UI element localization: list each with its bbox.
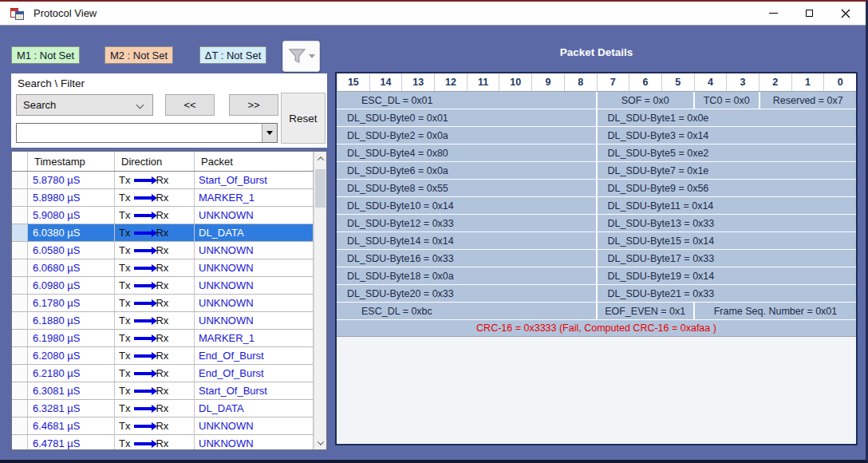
row-selector-cell[interactable] [12, 224, 28, 241]
direction-cell: Tx Rx [115, 277, 195, 294]
direction-cell: Tx Rx [115, 330, 195, 346]
direction-arrow-icon [134, 319, 152, 323]
table-row[interactable]: 6.3281 µS Tx Rx DL_DATA [12, 400, 326, 417]
chevron-up-icon [317, 156, 323, 163]
eof-even-field: EOF_EVEN = 0x1 [598, 303, 693, 319]
row-selector-cell[interactable] [12, 330, 28, 346]
row-selector-cell[interactable] [12, 365, 28, 382]
tx-label: Tx [119, 262, 130, 274]
table-row[interactable]: 6.3081 µS Tx Rx Start_Of_Burst [12, 382, 326, 400]
timestamp-cell: 6.0380 µS [28, 224, 115, 241]
sdu-byte-field: DL_SDU-Byte13 = 0x33 [598, 215, 857, 232]
packet-cell: UNKNOWN [195, 295, 314, 311]
details-header-row: ESC_DL = 0x01 SOF = 0x0 TC0 = 0x0 Reserv… [337, 92, 856, 109]
row-selector-cell[interactable] [12, 259, 28, 276]
row-selector-cell[interactable] [12, 207, 28, 224]
direction-arrow-icon [134, 179, 152, 182]
vertical-scrollbar[interactable] [314, 152, 326, 449]
maximize-button[interactable] [791, 2, 827, 25]
tx-label: Tx [119, 174, 130, 186]
row-selector-cell[interactable] [12, 172, 28, 188]
table-row[interactable]: 6.4781 µS Tx Rx UNKNOWN [12, 435, 326, 450]
row-selector-cell[interactable] [12, 295, 28, 311]
tx-label: Tx [119, 297, 130, 309]
sdu-byte-row: DL_SDU-Byte20 = 0x33 DL_SDU-Byte21 = 0x3… [337, 285, 856, 302]
minimize-icon [769, 13, 778, 14]
packet-list-table: Timestamp Direction Packet 5.8780 µS Tx … [11, 151, 327, 450]
timestamp-cell: 6.3081 µS [28, 382, 115, 399]
timestamp-cell: 6.1780 µS [28, 295, 115, 311]
table-row[interactable]: 6.2180 µS Tx Rx End_Of_Burst [12, 365, 326, 382]
sdu-byte-field: DL_SDU-Byte16 = 0x33 [337, 250, 596, 267]
rx-label: Rx [156, 332, 168, 344]
sdu-byte-row: DL_SDU-Byte14 = 0x14 DL_SDU-Byte15 = 0x1… [337, 232, 856, 249]
reset-button[interactable]: Reset [281, 93, 326, 144]
row-selector-cell[interactable] [12, 400, 28, 417]
close-button[interactable] [827, 2, 863, 25]
frame-seq-number-field: Frame Seq. Number = 0x01 [695, 303, 856, 319]
search-next-button[interactable]: >> [229, 94, 278, 116]
row-selector-cell[interactable] [12, 347, 28, 364]
table-row[interactable]: 6.1880 µS Tx Rx UNKNOWN [12, 312, 326, 330]
filter-dropdown-caret-icon [309, 54, 315, 58]
direction-cell: Tx Rx [115, 347, 195, 364]
table-row[interactable]: 5.8980 µS Tx Rx MARKER_1 [12, 189, 326, 207]
packet-column-header[interactable]: Packet [195, 152, 314, 171]
timestamp-cell: 5.8980 µS [28, 189, 115, 206]
sdu-byte-row: DL_SDU-Byte8 = 0x55 DL_SDU-Byte9 = 0x56 [337, 180, 856, 196]
sdu-byte-field: DL_SDU-Byte9 = 0x56 [598, 180, 857, 196]
rx-label: Rx [156, 209, 168, 221]
table-row[interactable]: 6.2080 µS Tx Rx End_Of_Burst [12, 347, 326, 365]
tx-label: Tx [119, 385, 130, 397]
table-row[interactable]: 5.8780 µS Tx Rx Start_Of_Burst [12, 172, 326, 189]
packet-cell: UNKNOWN [195, 312, 314, 329]
rx-label: Rx [156, 437, 168, 449]
marker2-badge: M2 : Not Set [105, 46, 173, 64]
row-selector-cell[interactable] [12, 189, 28, 206]
filter-input[interactable] [18, 125, 261, 141]
table-row[interactable]: 6.4681 µS Tx Rx UNKNOWN [12, 417, 326, 435]
table-row[interactable]: 6.0580 µS Tx Rx UNKNOWN [12, 242, 326, 259]
scroll-up-button[interactable] [314, 152, 326, 165]
packet-details-title: Packet Details [335, 46, 858, 58]
filter-combobox-drop-button[interactable] [262, 124, 277, 142]
scrollbar-thumb[interactable] [315, 169, 326, 208]
chevron-down-icon [136, 101, 144, 109]
tx-label: Tx [119, 367, 130, 379]
packet-cell: UNKNOWN [195, 417, 314, 434]
rx-label: Rx [156, 244, 168, 256]
table-row[interactable]: 5.9080 µS Tx Rx UNKNOWN [12, 207, 326, 224]
direction-column-header[interactable]: Direction [115, 152, 195, 171]
row-selector-cell[interactable] [12, 242, 28, 259]
table-row[interactable]: 6.1980 µS Tx Rx MARKER_1 [12, 330, 326, 347]
direction-arrow-icon [134, 354, 152, 358]
table-row[interactable]: 6.1780 µS Tx Rx UNKNOWN [12, 295, 326, 312]
search-previous-button[interactable]: << [165, 94, 215, 116]
table-body: 5.8780 µS Tx Rx Start_Of_Burst 5.8980 µS… [12, 172, 326, 450]
row-selector-cell[interactable] [12, 312, 28, 329]
timestamp-cell: 6.1880 µS [28, 312, 115, 329]
bit-index-cell: 15 [337, 73, 369, 91]
sdu-byte-field: DL_SDU-Byte5 = 0xe2 [598, 144, 857, 161]
sdu-byte-field: DL_SDU-Byte10 = 0x14 [337, 197, 596, 214]
tx-label: Tx [119, 402, 130, 414]
search-mode-combobox[interactable]: Search [16, 94, 153, 116]
table-row[interactable]: 6.0980 µS Tx Rx UNKNOWN [12, 277, 326, 295]
row-selector-cell[interactable] [12, 277, 28, 294]
filter-button[interactable] [282, 41, 320, 72]
sdu-byte-field: DL_SDU-Byte2 = 0x0a [337, 127, 596, 144]
sdu-byte-row: DL_SDU-Byte2 = 0x0a DL_SDU-Byte3 = 0x14 [337, 127, 856, 144]
timestamp-column-header[interactable]: Timestamp [28, 152, 115, 171]
table-row[interactable]: 6.0380 µS Tx Rx DL_DATA [12, 224, 326, 242]
packet-cell: MARKER_1 [195, 330, 314, 346]
row-selector-cell[interactable] [12, 417, 28, 434]
table-row[interactable]: 6.0680 µS Tx Rx UNKNOWN [12, 259, 326, 277]
bit-index-cell: 10 [499, 73, 531, 91]
row-selector-cell[interactable] [12, 382, 28, 399]
minimize-button[interactable] [756, 2, 791, 25]
sdu-byte-field: DL_SDU-Byte1 = 0x0e [598, 109, 857, 126]
timestamp-cell: 6.0680 µS [28, 259, 115, 276]
sdu-byte-field: DL_SDU-Byte15 = 0x14 [598, 232, 857, 249]
row-selector-cell[interactable] [12, 435, 28, 450]
scroll-down-button[interactable] [314, 436, 326, 449]
